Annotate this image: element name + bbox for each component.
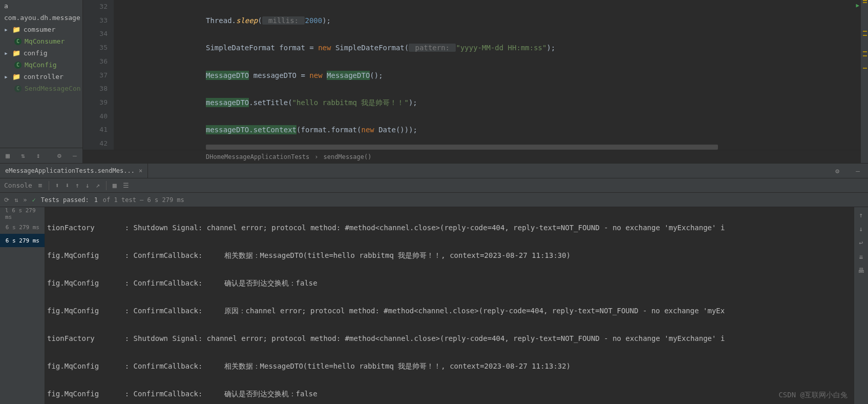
console-toolbar: Console ≡ ⬆ ⬇ ↑ ↓ ↗ ▦ ☰ (0, 178, 868, 193)
collapse-icon[interactable]: ⇅ (14, 196, 18, 204)
test-tree-item[interactable]: 6 s 279 ms (0, 234, 45, 247)
breadcrumb[interactable]: DHomeMessageApplicationTests › sendMessa… (83, 150, 868, 163)
folder-icon: ▸ 📁 (4, 73, 20, 80)
layout-icon[interactable]: ▦ (2, 150, 13, 161)
gear-icon[interactable]: ⚙ (54, 150, 65, 161)
list-icon[interactable]: ☰ (123, 181, 129, 189)
tree-folder-config[interactable]: ▸ 📁config (0, 47, 82, 59)
test-tree-item[interactable]: l 6 s 279 ms (0, 207, 45, 220)
export-icon[interactable]: ⬆ (55, 181, 59, 189)
editor-right-gutter: ▶ (849, 0, 861, 150)
tree-folder-controller[interactable]: ▸ 📁controller (0, 71, 82, 83)
import-icon[interactable]: ⬇ (65, 181, 69, 189)
minimize-icon[interactable]: — (69, 150, 80, 161)
print-icon[interactable]: 🖶 (858, 267, 864, 274)
filter-icon[interactable]: ↗ (96, 181, 100, 189)
folder-icon: ▸ 📁 (4, 49, 20, 57)
gear-icon[interactable]: ⚙ (827, 167, 848, 175)
project-tree[interactable]: a com.ayou.dh.message ▸ 📁comsumer CMqCon… (0, 0, 82, 148)
class-icon: C (14, 85, 22, 92)
tree-pkg-message[interactable]: com.ayou.dh.message (0, 12, 82, 24)
console-output[interactable]: tionFactory : Shutdown Signal: channel e… (45, 207, 854, 404)
console-right-tools: ↑ ↓ ↩ ⇊ 🖶 (854, 207, 868, 404)
history-icon[interactable]: ⟳ (4, 196, 9, 204)
tree-class-mqconsumer[interactable]: CMqConsumer (0, 35, 82, 47)
tree-pkg-a[interactable]: a (0, 0, 82, 12)
run-gutter-icon[interactable]: ▶ (856, 2, 859, 9)
editor: 32 33 34 35 36 37 38 39 40 41 42 Thread.… (83, 0, 868, 163)
class-icon: C (14, 38, 22, 45)
editor-scrollbar[interactable] (861, 0, 868, 150)
tree-class-mqconfig[interactable]: CMqConfig (0, 59, 82, 71)
run-tab-bar: eMessageApplicationTests.sendMes... × ⚙ … (0, 163, 868, 178)
sidebar-toolbar: ▦ ⇅ ↕ ⚙ — (0, 148, 82, 163)
sort-icon[interactable]: ↕ (33, 150, 44, 161)
up-icon[interactable]: ↑ (859, 211, 863, 219)
down-icon[interactable]: ↓ (859, 225, 863, 233)
project-sidebar: a com.ayou.dh.message ▸ 📁comsumer CMqCon… (0, 0, 83, 163)
toggle-icon[interactable]: ⇅ (17, 150, 29, 161)
tree-class-sendmessagecon[interactable]: CSendMessageCon (0, 83, 82, 94)
console-tab[interactable]: Console (4, 181, 32, 189)
toggle-view-icon[interactable]: ≡ (38, 181, 43, 189)
wrap-icon[interactable]: ↩ (859, 239, 863, 247)
test-status-bar: ⟳ ⇅ » ✓ Tests passed: 1 of 1 test – 6 s … (0, 193, 868, 207)
code-area[interactable]: Thread.sleep( millis: 2000); SimpleDateF… (114, 0, 868, 150)
class-icon: C (14, 62, 22, 69)
scroll-icon[interactable]: ⇊ (859, 253, 863, 260)
test-tree-item[interactable]: 6 s 279 ms (0, 220, 45, 234)
check-icon: ✓ (32, 196, 35, 204)
down-icon[interactable]: ↓ (86, 181, 90, 189)
close-icon[interactable]: × (139, 167, 142, 174)
line-gutter: 32 33 34 35 36 37 38 39 40 41 42 (83, 0, 114, 150)
grid-icon[interactable]: ▦ (113, 181, 117, 189)
console-panel: Console ≡ ⬆ ⬇ ↑ ↓ ↗ ▦ ☰ ⟳ ⇅ » ✓ Tests pa… (0, 178, 868, 404)
up-icon[interactable]: ↑ (75, 181, 79, 189)
horizontal-scrollbar[interactable] (114, 145, 849, 150)
minimize-icon[interactable]: — (848, 167, 868, 175)
test-tree[interactable]: l 6 s 279 ms 6 s 279 ms 6 s 279 ms (0, 207, 45, 404)
folder-icon: ▸ 📁 (4, 26, 20, 33)
run-tab[interactable]: eMessageApplicationTests.sendMes... × (0, 163, 148, 178)
tree-folder-comsumer[interactable]: ▸ 📁comsumer (0, 24, 82, 35)
